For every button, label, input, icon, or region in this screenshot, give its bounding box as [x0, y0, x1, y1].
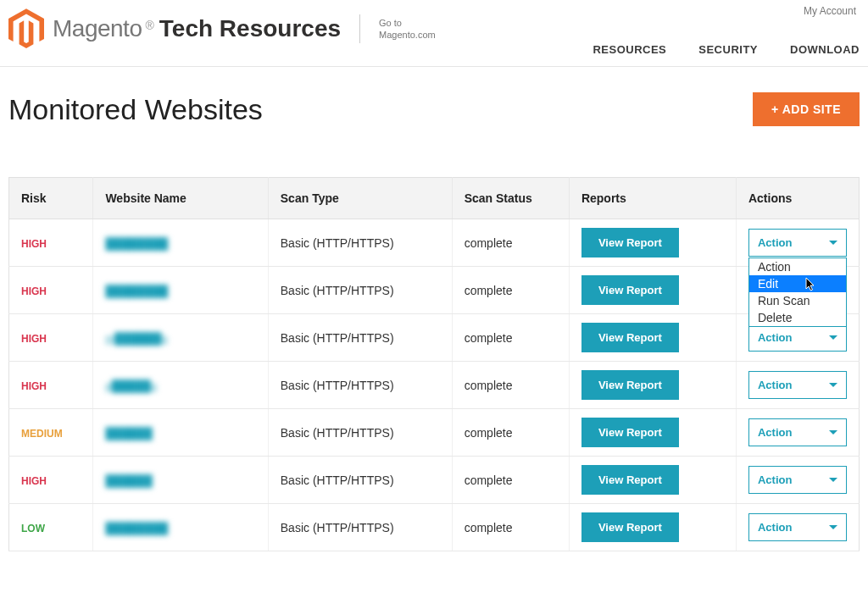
- action-dropdown-button[interactable]: Action: [748, 324, 847, 352]
- scan-type: Basic (HTTP/HTTPS): [268, 362, 452, 409]
- action-dropdown-menu: ActionEditRun ScanDelete: [748, 257, 847, 327]
- action-label: Action: [758, 426, 792, 439]
- scan-status: complete: [452, 362, 569, 409]
- nav-security[interactable]: SECURITY: [698, 43, 758, 56]
- website-name-link[interactable]: ████████: [105, 285, 168, 297]
- add-site-button[interactable]: + ADD SITE: [753, 92, 860, 126]
- risk-badge: HIGH: [21, 285, 47, 297]
- scan-type: Basic (HTTP/HTTPS): [268, 409, 452, 457]
- divider: [359, 14, 360, 43]
- chevron-down-icon: [829, 383, 837, 387]
- table-row: HIGHp█████oBasic (HTTP/HTTPS)completeVie…: [9, 362, 860, 409]
- scan-status: complete: [452, 267, 569, 314]
- action-label: Action: [758, 236, 792, 249]
- th-status: Scan Status: [452, 178, 569, 219]
- scan-status: complete: [452, 504, 569, 551]
- logo[interactable]: Magento® Tech Resources: [8, 8, 341, 49]
- chevron-down-icon: [829, 335, 837, 340]
- website-name-link[interactable]: ████████: [105, 237, 168, 250]
- website-name-link[interactable]: ██████: [105, 427, 152, 440]
- scan-type: Basic (HTTP/HTTPS): [268, 219, 452, 267]
- th-actions: Actions: [736, 178, 859, 219]
- scan-type: Basic (HTTP/HTTPS): [268, 504, 452, 551]
- risk-badge: MEDIUM: [21, 428, 63, 440]
- th-reports: Reports: [569, 178, 736, 219]
- action-dropdown-button[interactable]: Action: [748, 371, 847, 399]
- scan-type: Basic (HTTP/HTTPS): [268, 314, 452, 362]
- view-report-button[interactable]: View Report: [581, 418, 679, 447]
- nav-resources[interactable]: RESOURCES: [593, 43, 666, 56]
- view-report-button[interactable]: View Report: [581, 465, 679, 495]
- website-name-link[interactable]: p█████o: [105, 379, 157, 392]
- th-name: Website Name: [93, 178, 268, 219]
- cursor-icon: [805, 278, 817, 293]
- page: Monitored Websites + ADD SITE Risk Websi…: [0, 67, 868, 560]
- risk-badge: HIGH: [21, 380, 47, 392]
- risk-badge: HIGH: [21, 238, 47, 250]
- chevron-down-icon: [829, 478, 837, 482]
- table-row: MEDIUM██████Basic (HTTP/HTTPS)completeVi…: [9, 409, 860, 457]
- header: Magento® Tech Resources Go to Magento.co…: [0, 0, 868, 67]
- action-label: Action: [758, 379, 792, 391]
- scan-type: Basic (HTTP/HTTPS): [268, 457, 452, 504]
- dropdown-item-delete[interactable]: Delete: [749, 309, 846, 326]
- action-dropdown-button[interactable]: Action: [748, 466, 847, 494]
- nav-download[interactable]: DOWNLOAD: [790, 43, 860, 56]
- risk-badge: HIGH: [21, 475, 47, 487]
- scan-type: Basic (HTTP/HTTPS): [268, 267, 452, 314]
- view-report-button[interactable]: View Report: [581, 323, 679, 352]
- chevron-down-icon: [829, 430, 837, 435]
- action-label: Action: [758, 473, 792, 486]
- nav: RESOURCES SECURITY DOWNLOAD: [593, 43, 860, 56]
- dropdown-item-edit[interactable]: Edit: [749, 275, 846, 292]
- view-report-button[interactable]: View Report: [581, 275, 679, 305]
- website-name-link[interactable]: m██████o: [105, 332, 167, 345]
- scan-status: complete: [452, 314, 569, 362]
- page-head: Monitored Websites + ADD SITE: [8, 92, 860, 126]
- table-row: LOW████████Basic (HTTP/HTTPS)completeVie…: [9, 504, 860, 551]
- goto-link[interactable]: Go to Magento.com: [379, 17, 436, 42]
- risk-badge: LOW: [21, 523, 45, 534]
- table-row: HIGH████████Basic (HTTP/HTTPS)completeVi…: [9, 267, 860, 314]
- chevron-down-icon: [829, 525, 837, 529]
- scan-status: complete: [452, 457, 569, 504]
- action-dropdown-button[interactable]: Action: [748, 418, 847, 446]
- scan-status: complete: [452, 219, 569, 267]
- website-name-link[interactable]: ████████: [105, 522, 168, 534]
- chevron-down-icon: [829, 241, 837, 245]
- view-report-button[interactable]: View Report: [581, 228, 679, 257]
- dropdown-item-run-scan[interactable]: Run Scan: [749, 292, 846, 309]
- risk-badge: HIGH: [21, 333, 47, 345]
- logo-text: Magento® Tech Resources: [53, 15, 341, 42]
- th-risk: Risk: [9, 178, 93, 219]
- action-dropdown-button[interactable]: Action: [748, 513, 847, 541]
- table-row: HIGH██████Basic (HTTP/HTTPS)completeView…: [9, 457, 860, 504]
- websites-table: Risk Website Name Scan Type Scan Status …: [8, 177, 860, 551]
- my-account-link[interactable]: My Account: [804, 5, 856, 17]
- view-report-button[interactable]: View Report: [581, 512, 679, 542]
- table-row: HIGH████████Basic (HTTP/HTTPS)completeVi…: [9, 219, 860, 267]
- th-type: Scan Type: [268, 178, 452, 219]
- action-label: Action: [758, 331, 792, 344]
- website-name-link[interactable]: ██████: [105, 474, 152, 487]
- action-label: Action: [758, 521, 792, 534]
- view-report-button[interactable]: View Report: [581, 370, 679, 400]
- dropdown-item-action[interactable]: Action: [749, 258, 846, 275]
- action-dropdown-button[interactable]: Action: [748, 229, 847, 257]
- table-header-row: Risk Website Name Scan Type Scan Status …: [9, 178, 860, 219]
- magento-logo-icon: [8, 8, 44, 49]
- scan-status: complete: [452, 409, 569, 457]
- page-title: Monitored Websites: [8, 93, 263, 126]
- table-row: HIGHm██████oBasic (HTTP/HTTPS)completeVi…: [9, 314, 860, 362]
